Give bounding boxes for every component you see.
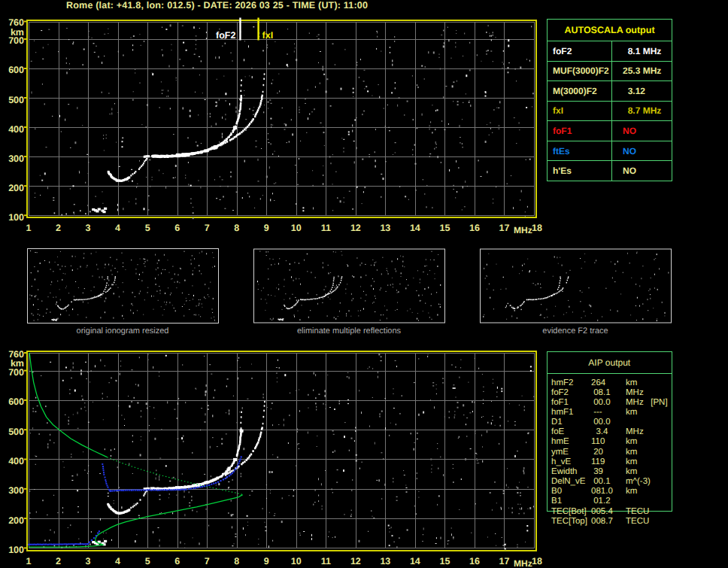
autoscala-row-fxI: fxI 8.7 MHz bbox=[548, 101, 672, 121]
y-tick-200-bottom: 200 bbox=[2, 515, 24, 526]
aip-param-unit-foE: MHz bbox=[626, 427, 644, 436]
autoscala-param-value: 8.1 MHz bbox=[623, 46, 661, 56]
autoscala-row-ftEs: ftEsNO bbox=[548, 141, 672, 161]
x-tick-16-bottom: 16 bbox=[463, 556, 486, 566]
panel-border-2 bbox=[481, 249, 672, 323]
autoscala-param-value: 25.3 MHz bbox=[623, 65, 661, 76]
aip-param-value-TEC[Top]: 008.7 bbox=[591, 517, 613, 526]
x-tick-3-top: 3 bbox=[77, 223, 99, 233]
aip-param-label-B1: B1 bbox=[551, 497, 562, 506]
aip-param-label-D1: D1 bbox=[551, 418, 563, 427]
x-tick-9-top: 9 bbox=[255, 223, 278, 233]
aip-param-unit-TEC[Top]: TECU bbox=[626, 517, 649, 526]
panel-border-1 bbox=[254, 249, 445, 323]
autoscala-param-value: 8.7 MHz bbox=[623, 105, 661, 116]
x-tick-17-top: 17 bbox=[493, 223, 515, 233]
aip-param-value-hmF1: --- bbox=[591, 408, 602, 417]
y-tick-200-top: 200 bbox=[2, 183, 24, 193]
aip-param-value-ymE: 20 bbox=[591, 448, 603, 457]
aip-param-value-foF2: 08.1 bbox=[591, 388, 611, 397]
x-tick-8-top: 8 bbox=[226, 223, 248, 233]
aip-param-unit-TEC[Bot]: TECU bbox=[626, 507, 649, 516]
x-tick-6-top: 6 bbox=[166, 223, 189, 233]
y-tick-100-top: 100 bbox=[2, 212, 24, 223]
aip-param-value-B1: 01.2 bbox=[591, 497, 611, 506]
y-tick-600-bottom: 600 bbox=[2, 396, 24, 407]
aip-param-label-hmF1: hmF1 bbox=[551, 408, 573, 417]
aip-param-label-TEC[Bot]: TEC[Bot] bbox=[551, 507, 587, 516]
aip-param-unit-foF1: MHz [PN] bbox=[626, 398, 668, 407]
x-tick-5-bottom: 5 bbox=[136, 556, 159, 566]
y-tick-100-bottom: 100 bbox=[2, 545, 24, 555]
aip-param-value-foF1: 00.0 bbox=[591, 398, 611, 407]
y-tick-300-top: 300 bbox=[2, 153, 24, 164]
aip-param-value-DelN_vE: 00.1 bbox=[591, 477, 611, 486]
y-tick-700-bottom: 700 bbox=[2, 367, 24, 378]
autoscala-param-value: NO bbox=[623, 146, 636, 156]
autoscala-row-h'Es: h'EsNO bbox=[548, 160, 672, 181]
aip-param-label-Ewidth: Ewidth bbox=[551, 467, 578, 476]
x-tick-12-top: 12 bbox=[344, 223, 367, 233]
aip-param-value-D1: 00.0 bbox=[591, 418, 611, 427]
aip-param-value-h_vE: 119 bbox=[591, 457, 605, 466]
x-tick-7-top: 7 bbox=[196, 223, 218, 233]
aip-param-value-foE: 3.4 bbox=[591, 427, 608, 436]
y-tick-500-bottom: 500 bbox=[2, 427, 24, 437]
x-tick-13-bottom: 13 bbox=[374, 556, 396, 566]
aip-param-label-TEC[Top]: TEC[Top] bbox=[551, 517, 587, 526]
aip-param-value-TEC[Bot]: 005.4 bbox=[591, 507, 613, 516]
aip-param-label-h_vE: h_vE bbox=[551, 457, 571, 466]
x-tick-10-top: 10 bbox=[285, 223, 308, 233]
panel-caption-0: original ionogram resized bbox=[27, 327, 218, 336]
x-tick-15-top: 15 bbox=[433, 223, 456, 233]
y-tick-700-top: 700 bbox=[2, 35, 24, 46]
aip-param-unit-hmF2: km bbox=[626, 378, 637, 387]
aip-param-label-hmF2: hmF2 bbox=[551, 378, 573, 387]
autoscala-param-label: M(3000)F2 bbox=[553, 86, 597, 96]
aip-param-label-foF1: foF1 bbox=[551, 398, 569, 407]
x-tick-11-top: 11 bbox=[314, 223, 337, 233]
panel-caption-1: eliminate multiple reflections bbox=[253, 327, 444, 336]
x-tick-10-bottom: 10 bbox=[285, 556, 308, 566]
y-tick-400-top: 400 bbox=[2, 124, 24, 135]
autoscala-param-value: 3.12 bbox=[623, 86, 645, 96]
autoscala-row-M(3000)F2: M(3000)F2 3.12 bbox=[548, 80, 672, 101]
x-tick-13-top: 13 bbox=[374, 223, 396, 233]
x-tick-4-top: 4 bbox=[107, 223, 129, 233]
x-unit-mhz-bottom: MHz bbox=[514, 558, 532, 568]
x-tick-2-top: 2 bbox=[47, 223, 70, 233]
aip-param-label-B0: B0 bbox=[551, 487, 562, 496]
autoscala-param-label: fxI bbox=[553, 105, 563, 116]
x-tick-17-bottom: 17 bbox=[493, 556, 515, 566]
x-tick-9-bottom: 9 bbox=[255, 556, 278, 566]
y-tick-600-top: 600 bbox=[2, 65, 24, 75]
autoscala-param-label: ftEs bbox=[553, 146, 570, 156]
aip-param-unit-foF2: MHz bbox=[626, 388, 644, 397]
aip-param-label-foF2: foF2 bbox=[551, 388, 569, 397]
autoscala-output-table: AUTOSCALA outputfoF2 8.1 MHzMUF(3000)F22… bbox=[547, 19, 672, 181]
y-tick-400-bottom: 400 bbox=[2, 456, 24, 466]
aip-param-unit-DelN_vE: m^(-3) bbox=[626, 477, 651, 486]
aip-param-unit-B0: km bbox=[626, 487, 637, 496]
aip-param-unit-Ewidth: km bbox=[626, 467, 637, 476]
aip-param-label-DelN_vE: DelN_vE bbox=[551, 477, 585, 486]
y-tick-500-top: 500 bbox=[2, 95, 24, 105]
x-tick-6-bottom: 6 bbox=[166, 556, 189, 566]
aip-param-unit-ymE: km bbox=[626, 448, 637, 457]
autoscala-table-header: AUTOSCALA output bbox=[548, 20, 672, 41]
x-tick-11-bottom: 11 bbox=[314, 556, 337, 566]
aip-param-value-B0: 081.0 bbox=[591, 487, 613, 496]
aip-param-label-foE: foE bbox=[551, 427, 564, 436]
x-unit-mhz-top: MHz bbox=[514, 225, 532, 235]
aip-param-label-hmE: hmE bbox=[551, 437, 569, 446]
panel-caption-2: evidence F2 trace bbox=[480, 327, 671, 336]
y-tick-300-bottom: 300 bbox=[2, 485, 24, 496]
x-tick-7-bottom: 7 bbox=[196, 556, 218, 566]
x-tick-14-top: 14 bbox=[404, 223, 426, 233]
x-tick-15-bottom: 15 bbox=[433, 556, 456, 566]
aip-param-value-hmE: 110 bbox=[591, 437, 605, 446]
autoscala-param-label: MUF(3000)F2 bbox=[553, 65, 609, 76]
marker-label-fxI: fxI bbox=[262, 30, 274, 41]
x-tick-3-bottom: 3 bbox=[77, 556, 99, 566]
autoscala-param-label: h'Es bbox=[553, 166, 572, 176]
